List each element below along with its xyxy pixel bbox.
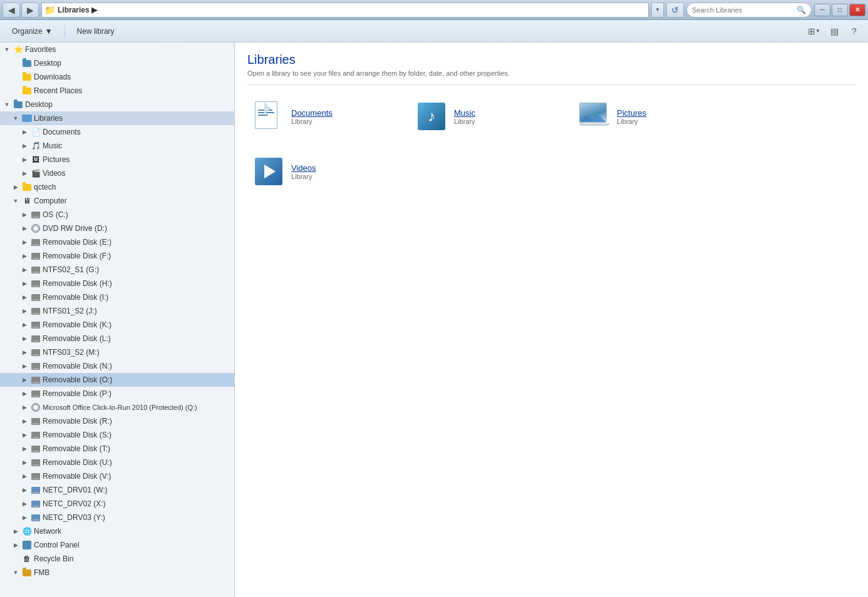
sidebar-item-desktop-group[interactable]: ▼ Desktop (0, 98, 234, 111)
expand-qctech[interactable]: ▶ (11, 183, 20, 191)
sidebar-item-ntfs01-j[interactable]: ▶ NTFS01_S2 (J:) (0, 304, 234, 318)
expand-removable-f[interactable]: ▶ (20, 252, 29, 260)
sidebar-item-fmb[interactable]: ▼ FMB (0, 566, 234, 579)
expand-recent[interactable] (11, 86, 20, 95)
minimize-button[interactable]: ─ (814, 4, 830, 16)
sidebar-item-control-panel[interactable]: ▶ Control Panel (0, 538, 234, 552)
sidebar-item-netc-drv03[interactable]: ▶ NETC_DRV03 (Y:) (0, 511, 234, 524)
expand-ntfs03-m[interactable]: ▶ (20, 348, 29, 357)
organize-button[interactable]: Organize ▼ (5, 23, 59, 40)
expand-removable-r[interactable]: ▶ (20, 417, 29, 426)
sidebar-item-netc-drv02[interactable]: ▶ NETC_DRV02 (X:) (0, 497, 234, 511)
address-dropdown[interactable]: ▼ (651, 3, 664, 18)
sidebar-item-removable-h[interactable]: ▶ Removable Disk (H:) (0, 277, 234, 290)
sidebar-item-qctech[interactable]: ▶ qctech (0, 180, 234, 194)
sidebar-item-recent-places[interactable]: Recent Places (0, 84, 234, 98)
library-item-pictures[interactable]: Pictures Library (573, 95, 711, 138)
view-toggle-button[interactable]: ⊞ ▼ (805, 23, 823, 40)
sidebar-item-ntfs02-g[interactable]: ▶ NTFS02_S1 (G:) (0, 263, 234, 277)
library-item-music[interactable]: ♪ Music Library (410, 95, 548, 138)
expand-documents[interactable]: ▶ (20, 128, 29, 136)
expand-ntfs01-j[interactable]: ▶ (20, 307, 29, 315)
expand-netc-drv01[interactable]: ▶ (20, 486, 29, 494)
sidebar-item-removable-i[interactable]: ▶ Removable Disk (I:) (0, 290, 234, 304)
sidebar-item-dvd-d[interactable]: ▶ DVD RW Drive (D:) (0, 222, 234, 235)
expand-removable-n[interactable]: ▶ (20, 362, 29, 370)
expand-removable-h[interactable]: ▶ (20, 279, 29, 288)
sidebar-item-os-c[interactable]: ▶ OS (C:) (0, 208, 234, 222)
expand-recycle-bin[interactable] (11, 554, 20, 563)
sidebar-item-network[interactable]: ▶ 🌐 Network (0, 524, 234, 538)
help-button[interactable]: ? (845, 23, 863, 40)
expand-netc-drv03[interactable]: ▶ (20, 513, 29, 522)
sidebar-item-removable-u[interactable]: ▶ Removable Disk (U:) (0, 456, 234, 469)
sidebar-item-music[interactable]: ▶ 🎵 Music (0, 139, 234, 153)
sidebar-item-removable-s[interactable]: ▶ Removable Disk (S:) (0, 428, 234, 442)
expand-computer[interactable]: ▼ (11, 196, 20, 205)
forward-button[interactable]: ▶ (21, 3, 39, 18)
expand-removable-v[interactable]: ▶ (20, 472, 29, 481)
sidebar-item-removable-p[interactable]: ▶ Removable Disk (P:) (0, 387, 234, 401)
videos-name[interactable]: Videos (291, 163, 316, 173)
sidebar-item-documents[interactable]: ▶ 📄 Documents (0, 125, 234, 139)
sidebar-item-removable-k[interactable]: ▶ Removable Disk (K:) (0, 318, 234, 332)
expand-removable-o[interactable]: ▶ (20, 375, 29, 384)
expand-pictures[interactable]: ▶ (20, 155, 29, 164)
new-library-button[interactable]: New library (70, 23, 121, 40)
restore-button[interactable]: □ (832, 4, 848, 16)
expand-favorites[interactable]: ▼ (3, 45, 11, 54)
expand-music[interactable]: ▶ (20, 141, 29, 150)
close-button[interactable]: ✕ (849, 4, 865, 16)
expand-fmb[interactable]: ▼ (11, 568, 20, 577)
expand-removable-t[interactable]: ▶ (20, 444, 29, 453)
expand-removable-e[interactable]: ▶ (20, 238, 29, 247)
expand-desktop-group[interactable]: ▼ (3, 100, 11, 109)
sidebar-item-libraries[interactable]: ▼ Libraries (0, 111, 234, 125)
expand-removable-i[interactable]: ▶ (20, 293, 29, 302)
sidebar-item-removable-n[interactable]: ▶ Removable Disk (N:) (0, 359, 234, 373)
sidebar-item-removable-f[interactable]: ▶ Removable Disk (F:) (0, 249, 234, 263)
sidebar-item-ntfs03-m[interactable]: ▶ NTFS03_S2 (M:) (0, 345, 234, 359)
refresh-button[interactable]: ↺ (666, 3, 684, 18)
sidebar-item-removable-e[interactable]: ▶ Removable Disk (E:) (0, 235, 234, 249)
sidebar-item-pictures[interactable]: ▶ 🖼 Pictures (0, 153, 234, 166)
sidebar-item-netc-drv01[interactable]: ▶ NETC_DRV01 (W:) (0, 483, 234, 497)
sidebar-item-removable-o[interactable]: ▶ Removable Disk (O:) (0, 373, 234, 387)
sidebar-item-desktop[interactable]: Desktop (0, 56, 234, 70)
sidebar-item-videos[interactable]: ▶ 🎬 Videos (0, 166, 234, 180)
expand-removable-p[interactable]: ▶ (20, 389, 29, 398)
expand-removable-l[interactable]: ▶ (20, 334, 29, 343)
sidebar-item-recycle-bin[interactable]: 🗑 Recycle Bin (0, 552, 234, 566)
expand-network[interactable]: ▶ (11, 527, 20, 536)
documents-name[interactable]: Documents (291, 108, 333, 118)
expand-videos[interactable]: ▶ (20, 169, 29, 178)
library-item-videos[interactable]: Videos Library (247, 150, 385, 193)
back-button[interactable]: ◀ (3, 3, 20, 18)
music-name[interactable]: Music (454, 108, 475, 118)
sidebar-item-downloads[interactable]: Downloads (0, 70, 234, 84)
expand-dvd-d[interactable]: ▶ (20, 224, 29, 233)
expand-ms-office-q[interactable]: ▶ (20, 403, 29, 412)
preview-pane-button[interactable]: ▤ (825, 23, 843, 40)
sidebar-item-computer[interactable]: ▼ 🖥 Computer (0, 194, 234, 208)
sidebar-item-removable-r[interactable]: ▶ Removable Disk (R:) (0, 414, 234, 428)
expand-netc-drv02[interactable]: ▶ (20, 499, 29, 508)
expand-downloads[interactable] (11, 73, 20, 81)
sidebar-item-removable-v[interactable]: ▶ Removable Disk (V:) (0, 469, 234, 483)
expand-removable-s[interactable]: ▶ (20, 431, 29, 439)
expand-os-c[interactable]: ▶ (20, 210, 29, 219)
sidebar-item-favorites[interactable]: ▼ ⭐ Favorites (0, 43, 234, 56)
search-input[interactable] (692, 6, 794, 14)
pictures-name[interactable]: Pictures (617, 108, 646, 118)
expand-desktop-fav[interactable] (11, 59, 20, 68)
sidebar-item-removable-t[interactable]: ▶ Removable Disk (T:) (0, 442, 234, 456)
expand-ntfs02-g[interactable]: ▶ (20, 265, 29, 274)
address-bar[interactable]: 📁 Libraries ▶ (41, 3, 649, 18)
sidebar-item-removable-l[interactable]: ▶ Removable Disk (L:) (0, 332, 234, 345)
sidebar-item-ms-office-q[interactable]: ▶ Microsoft Office Click-to-Run 2010 (Pr… (0, 401, 234, 414)
expand-control-panel[interactable]: ▶ (11, 541, 20, 549)
expand-removable-u[interactable]: ▶ (20, 458, 29, 467)
expand-removable-k[interactable]: ▶ (20, 320, 29, 329)
expand-libraries[interactable]: ▼ (11, 114, 20, 123)
library-item-documents[interactable]: Documents Library (247, 95, 385, 138)
